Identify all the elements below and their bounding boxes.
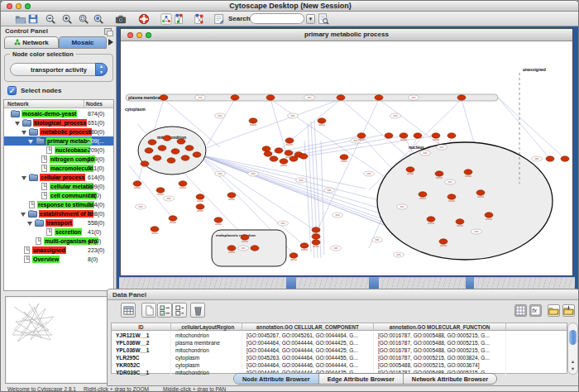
scroll-up-icon[interactable]: ▲ [569,358,577,366]
expand-triangle-icon[interactable] [27,222,32,226]
background-window[interactable] [296,277,369,289]
network-node[interactable] [251,246,259,251]
network-node[interactable] [163,136,171,141]
background-window[interactable] [379,277,466,289]
tab-node-attribute-browser[interactable]: Node Attribute Browser [234,374,319,385]
network-node[interactable] [145,148,153,153]
tab-mosaic[interactable]: Mosaic [59,36,107,49]
network-node[interactable] [275,148,283,153]
network-node[interactable] [196,204,204,209]
col-cellular-layout-region[interactable]: _cellularLayoutRegion [171,323,242,331]
tree-row[interactable]: nitrogen compo209(0) [4,155,113,164]
network-node[interactable] [177,139,185,144]
network-node[interactable] [476,190,485,195]
network-import-icon[interactable] [160,12,173,26]
network-edge[interactable] [203,99,341,149]
network-node[interactable] [375,95,383,100]
function-builder-icon[interactable]: fx [529,304,542,317]
network-tree-header[interactable]: Network Nodes [4,100,113,108]
tab-network[interactable]: Network [4,36,59,49]
network-node[interactable] [181,155,189,160]
data-panel-title-bar[interactable]: Data Panel [108,289,579,300]
network-node[interactable] [419,192,427,197]
tree-row[interactable]: secretion41(0) [4,227,113,237]
col-go-cellular-component[interactable]: annotation.GO CELLULAR_COMPONENT [242,323,374,331]
scroll-down-icon[interactable]: ▼ [569,366,577,373]
import-attributes-folder-icon[interactable] [548,304,560,317]
network-view-window[interactable]: primary metabolic process plasma membran… [120,28,573,276]
network-edge[interactable] [199,155,405,222]
table-row[interactable]: YPL036W__1mitochondrion[GO:0044464, GO:0… [112,347,567,354]
table-row[interactable]: YKR052Ccytoplasm[GO:0044464, GO:0044446,… [112,361,567,369]
node-color-dropdown[interactable]: transporter activity▲▼ [10,63,108,76]
table-row[interactable]: YLR295Ccytoplasm[GO:0045263, GO:0044464,… [112,354,567,361]
scrollbar-thumb[interactable] [569,330,577,345]
expand-triangle-icon[interactable] [22,131,26,135]
tree-row[interactable]: establishment of lo558(0) [4,209,113,218]
network-node[interactable] [158,146,166,151]
network-node[interactable] [340,155,348,160]
attribute-table-header[interactable]: ID _cellularLayoutRegion annotation.GO C… [112,323,567,331]
nucleus-region[interactable] [377,142,553,260]
zoom-selected-icon[interactable] [77,12,90,26]
network-view-icon[interactable] [193,12,206,26]
zoom-in-icon[interactable] [60,12,74,26]
table-vertical-scrollbar[interactable]: ▲ ▼ [567,323,578,375]
network-node[interactable] [318,118,326,123]
col-go-molecular-function[interactable]: annotation.GO MOLECULAR_FUNCTION [374,323,506,331]
network-node[interactable] [285,151,293,155]
network-node[interactable] [133,181,141,186]
new-attribute-icon[interactable] [141,303,156,318]
background-window[interactable] [474,277,575,289]
search-dropdown-arrow[interactable]: ▼ [306,14,315,24]
network-node[interactable] [141,161,149,166]
unselect-attributes-icon[interactable] [172,303,187,318]
tree-row[interactable]: multi-organism pro42(0) [4,237,113,246]
tree-row[interactable]: mosaic-demo-yeast874(0) [4,109,113,118]
network-node[interactable] [249,118,257,123]
network-node[interactable] [435,171,443,176]
background-window-titlebar[interactable] [286,277,296,289]
load-attributes-folder-icon[interactable] [562,304,575,317]
expand-triangle-icon[interactable] [28,140,33,144]
tab-network-attribute-browser[interactable]: Network Attribute Browser [404,374,496,385]
tree-row[interactable]: cellular process614(0) [4,173,113,182]
network-node[interactable] [153,155,161,160]
expand-triangle-icon[interactable] [15,122,20,126]
tree-row[interactable]: nucleobase-209(0) [4,146,113,155]
network-node[interactable] [406,167,414,172]
tree-row[interactable]: macromolecule311(0) [4,164,113,173]
zoom-fit-icon[interactable] [92,12,105,26]
network-node[interactable] [270,156,278,161]
select-attributes-icon[interactable] [157,303,172,318]
network-node[interactable] [241,235,249,240]
network-node[interactable] [546,156,554,161]
network-node[interactable] [171,149,179,154]
matrix-icon[interactable] [514,304,527,317]
network-node[interactable] [464,170,472,174]
save-icon[interactable] [26,12,40,26]
network-node[interactable] [285,138,294,143]
more-tabs-arrow-icon[interactable] [108,39,113,45]
select-nodes-checkbox[interactable]: ✓ [7,86,17,95]
table-row[interactable]: YPL036W__2plasma membrane[GO:0044464, GO… [112,339,567,347]
network-edge[interactable] [299,136,404,155]
network-edge[interactable] [270,99,286,152]
tree-row[interactable]: Overview8(0) [4,255,113,264]
network-node[interactable] [262,146,270,151]
network-node[interactable] [312,227,320,232]
network-canvas[interactable]: plasma membrane cytoplasm mitochondrion … [121,41,572,275]
network-node[interactable] [312,234,320,239]
background-window-titlebar[interactable] [466,277,474,289]
network-node[interactable] [227,193,236,198]
network-node[interactable] [447,194,456,199]
tree-row[interactable]: biological_process651(0) [4,118,113,127]
col-id[interactable]: ID [112,323,171,331]
network-node[interactable] [456,219,464,224]
network-node[interactable] [148,140,156,145]
network-node[interactable] [231,95,239,100]
network-node[interactable] [179,181,187,186]
network-node[interactable] [193,152,201,157]
background-window-titlebar[interactable] [369,277,379,289]
network-view-title-bar[interactable]: primary metabolic process [121,29,572,41]
